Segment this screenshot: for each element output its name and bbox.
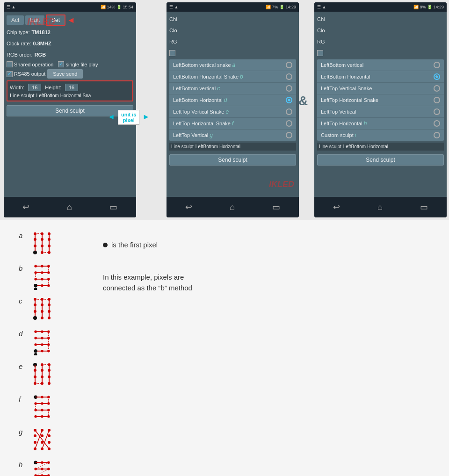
svg-point-12 bbox=[48, 245, 51, 247]
phone3-nav-bar: ↩ ⌂ ▭ bbox=[314, 197, 447, 217]
phone3-status-left: ☰ ▲ bbox=[317, 5, 326, 9]
dropdown-item-c[interactable]: LeftBottom vertical c bbox=[169, 83, 296, 94]
unit-annotation-text: unit ispixel bbox=[121, 112, 136, 123]
svg-point-39 bbox=[34, 310, 36, 313]
rs485-checkbox-icon bbox=[7, 71, 13, 77]
clock-rate-row: Clock rate: 0.8MHZ bbox=[7, 39, 133, 48]
phone3-app-content: Chi Clo RG LeftBottom vertical LeftBotto… bbox=[314, 12, 447, 197]
phone3-item-i-text: Custom sculpt i bbox=[321, 132, 356, 138]
bottom-section: a bbox=[0, 220, 449, 476]
phone3-dropdown: LeftBottom vertical LeftBottom Horizonta… bbox=[317, 59, 444, 141]
diagram-b-label: b bbox=[19, 262, 26, 272]
svg-point-27 bbox=[41, 271, 43, 274]
shared-op-label: Shared operation bbox=[14, 62, 53, 67]
diagram-f-label: f bbox=[19, 393, 26, 403]
tab-edit[interactable]: Edit bbox=[25, 15, 44, 25]
svg-point-73 bbox=[34, 353, 37, 355]
checkboxes-row: Shared operation single file play bbox=[7, 61, 133, 67]
dropdown-item-f-text: LeftTop Horizontal Snake f bbox=[173, 120, 233, 127]
rgb-label: RGB order: bbox=[7, 52, 33, 58]
phone3-rgb-label: RG bbox=[317, 39, 325, 44]
phone2-back-icon[interactable]: ↩ bbox=[185, 202, 192, 212]
chip-type-row: Chip type: TM1812 bbox=[7, 28, 133, 37]
tab-act[interactable]: Act bbox=[7, 15, 24, 25]
phone2-rgb-row: RG bbox=[169, 37, 296, 46]
dropdown-item-b[interactable]: LeftBottom Horizontal Snake b bbox=[169, 71, 296, 83]
svg-point-13 bbox=[48, 238, 51, 241]
phone3-home-icon[interactable]: ⌂ bbox=[377, 202, 383, 212]
home-icon[interactable]: ⌂ bbox=[67, 202, 72, 212]
dropdown-item-e[interactable]: LeftTop Vertical Snake e bbox=[169, 106, 296, 118]
diagram-e-row: e bbox=[19, 360, 75, 388]
single-file-cb[interactable]: single file play bbox=[58, 61, 98, 67]
phone3-item-1-text: LeftBottom vertical bbox=[321, 62, 363, 68]
phone3-dropdown-item-2[interactable]: LeftBottom Horizontal bbox=[317, 71, 444, 83]
diagram-h-svg bbox=[30, 458, 54, 476]
svg-point-36 bbox=[34, 288, 37, 290]
svg-point-88 bbox=[48, 382, 51, 385]
phone2-status-bar: ☰ ▲ 📶 7% 🔋 14:29 bbox=[167, 2, 299, 12]
svg-point-115 bbox=[48, 429, 51, 432]
phone2: ☰ ▲ 📶 7% 🔋 14:29 IKLED Chi Clo RG bbox=[167, 2, 299, 217]
dropdown-item-a[interactable]: LeftBottom vertical snake a bbox=[169, 59, 296, 71]
svg-point-64 bbox=[41, 337, 43, 339]
svg-point-50 bbox=[48, 303, 51, 306]
svg-point-56 bbox=[41, 350, 43, 353]
phone3-dropdown-item-5[interactable]: LeftTop Vertical bbox=[317, 106, 444, 118]
phone2-clock-row: Clo bbox=[169, 26, 296, 35]
dropdown-item-e-text: LeftTop Vertical Snake e bbox=[173, 108, 229, 115]
phone2-chip-row: Chi bbox=[169, 14, 296, 24]
svg-point-127 bbox=[41, 461, 43, 464]
svg-line-111 bbox=[35, 430, 42, 449]
phone3-item-4-text: LeftTop Horizontal Snake bbox=[321, 97, 378, 103]
single-file-checkbox-icon bbox=[58, 61, 64, 67]
phone3-send-sculpt-button[interactable]: Send sculpt bbox=[317, 154, 444, 166]
rs485-cb[interactable]: RS485 output bbox=[7, 71, 45, 77]
svg-point-55 bbox=[34, 349, 37, 353]
phone3-line-sculpt-value: LeftBottom Horizontal bbox=[343, 144, 388, 149]
phone3-clock-label: Clo bbox=[317, 28, 325, 33]
svg-point-1 bbox=[33, 251, 37, 254]
phone2-line-sculpt-value: LeftBottom Horizontal bbox=[196, 144, 240, 149]
phone2-recent-icon[interactable]: ▭ bbox=[272, 202, 280, 212]
svg-point-63 bbox=[34, 337, 37, 339]
phone2-home-icon[interactable]: ⌂ bbox=[230, 202, 235, 212]
svg-point-49 bbox=[48, 310, 51, 313]
phone3-item-3-radio bbox=[434, 85, 440, 92]
phone3-dropdown-item-h[interactable]: LeftTop Horizontal h bbox=[317, 118, 444, 130]
svg-point-8 bbox=[41, 245, 43, 247]
dropdown-item-g[interactable]: LeftTop Vertical g bbox=[169, 130, 296, 141]
height-input[interactable] bbox=[65, 84, 78, 91]
phone3-dropdown-item-i[interactable]: Custom sculpt i bbox=[317, 130, 444, 141]
phone2-app-content: IKLED Chi Clo RG LeftBottom vertical sna… bbox=[167, 12, 299, 197]
svg-point-121 bbox=[48, 441, 51, 444]
svg-point-116 bbox=[34, 434, 36, 437]
dropdown-item-g-text: LeftTop Vertical g bbox=[173, 132, 213, 138]
legend-dot bbox=[103, 243, 108, 247]
phone2-send-sculpt-button[interactable]: Send sculpt bbox=[169, 154, 296, 166]
phone3-recent-icon[interactable]: ▭ bbox=[420, 202, 428, 212]
dropdown-item-e-radio bbox=[286, 108, 292, 115]
phone3-dropdown-item-4[interactable]: LeftTop Horizontal Snake bbox=[317, 94, 444, 106]
dropdown-item-d[interactable]: LeftBottom Horizontal d bbox=[169, 94, 296, 106]
svg-point-14 bbox=[48, 232, 51, 235]
phone1-nav-bar: ↩ ⌂ ▭ bbox=[4, 197, 136, 217]
save-send-button[interactable]: Save send bbox=[47, 69, 83, 79]
dropdown-item-f[interactable]: LeftTop Horizontal Snake f bbox=[169, 118, 296, 130]
shared-op-cb[interactable]: Shared operation bbox=[7, 61, 53, 67]
height-label: Height: bbox=[45, 85, 61, 90]
recent-icon[interactable]: ▭ bbox=[109, 202, 117, 212]
dropdown-item-f-radio bbox=[286, 120, 292, 127]
text-column: is the first pixel In this example, pixe… bbox=[84, 229, 430, 476]
phone3-dropdown-item-3[interactable]: LeftTop Vertical Snake bbox=[317, 83, 444, 94]
phone3-back-icon[interactable]: ↩ bbox=[333, 202, 340, 212]
phone3-line-sculpt-label: Line sculpt bbox=[319, 144, 341, 149]
diagram-c-row: c bbox=[19, 295, 75, 323]
width-input[interactable] bbox=[28, 84, 41, 91]
back-icon[interactable]: ↩ bbox=[22, 202, 29, 212]
phone2-rgb-label: RG bbox=[169, 39, 177, 44]
phone2-cb-row bbox=[169, 48, 296, 58]
phone3-dropdown-item-1[interactable]: LeftBottom vertical bbox=[317, 59, 444, 71]
phone3-chip-label: Chi bbox=[317, 16, 325, 22]
tab-set[interactable]: Set bbox=[46, 14, 65, 26]
